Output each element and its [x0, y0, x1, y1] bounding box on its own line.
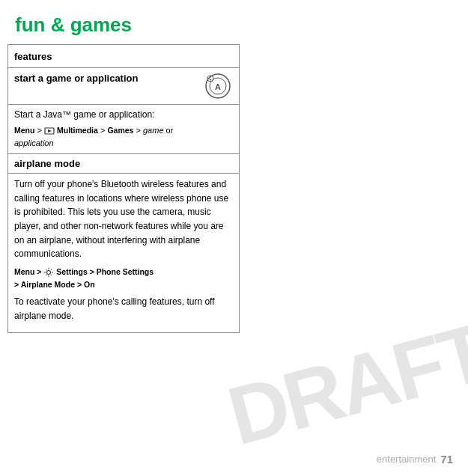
footer-page-number: 71	[440, 453, 453, 466]
section2-title-row: airplane mode	[8, 154, 239, 174]
table-header-label: features	[14, 51, 52, 62]
section1-body-text: Start a Java™ game or application:	[14, 108, 233, 121]
multimedia-icon	[44, 126, 55, 136]
table-header: features	[8, 45, 239, 68]
svg-marker-6	[48, 129, 52, 132]
page-title: fun & games	[0, 0, 468, 44]
footer-label: entertainment	[377, 454, 437, 465]
svg-text:♦: ♦	[210, 77, 212, 82]
section2-reactivate-text: To reactivate your phone's calling featu…	[14, 295, 233, 323]
section2-body: Turn off your phone's Bluetooth wireless…	[8, 174, 239, 332]
java-icon-area: A ♦	[204, 73, 233, 101]
section2-body-text: Turn off your phone's Bluetooth wireless…	[14, 177, 233, 261]
java-icon: A ♦	[204, 73, 231, 100]
section1-menu-path: Menu > Multimedia > Games > game or appl…	[14, 124, 233, 149]
section2-title: airplane mode	[14, 158, 233, 169]
settings-icon	[43, 267, 54, 278]
section1-title: start a game or application	[14, 73, 138, 84]
section1-title-row: start a game or application A ♦	[8, 68, 239, 105]
menu-word: Menu	[14, 126, 34, 135]
svg-point-7	[47, 271, 51, 275]
section2-menu-path: Menu > Settings > Phone Settings > Airpl…	[14, 266, 233, 291]
section1-body: Start a Java™ game or application: Menu …	[8, 105, 239, 154]
features-table: features start a game or application A ♦…	[7, 44, 240, 333]
draft-watermark: DRAFT	[219, 304, 468, 464]
footer: entertainment 71	[377, 453, 453, 466]
svg-text:A: A	[215, 82, 221, 91]
